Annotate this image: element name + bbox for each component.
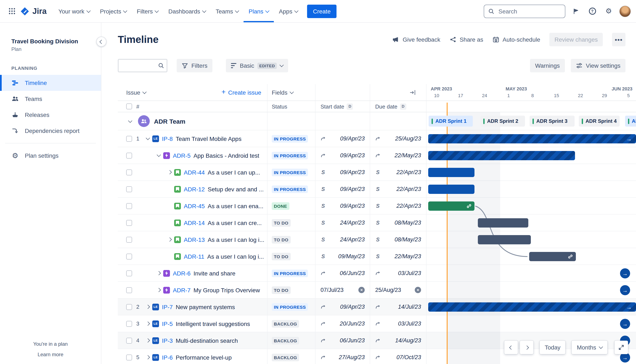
scroll-right-button[interactable]: [520, 341, 533, 354]
nav-item-projects[interactable]: Projects: [95, 0, 132, 22]
today-button[interactable]: Today: [540, 341, 566, 354]
gantt-bar[interactable]: →: [428, 302, 636, 312]
start-date-cell[interactable]: 20/Jun/23: [316, 316, 370, 332]
expand-toggle[interactable]: [166, 186, 173, 192]
row-checkbox[interactable]: [126, 270, 132, 276]
give-feedback-button[interactable]: Give feedback: [392, 36, 440, 43]
expand-toggle[interactable]: [144, 320, 152, 327]
issue-summary[interactable]: Intelligent travel suggestions: [176, 320, 250, 327]
start-date-cell[interactable]: S 09/May/23: [316, 248, 370, 265]
announcement-flag-icon[interactable]: [570, 5, 582, 17]
review-changes-button[interactable]: Review changes: [550, 33, 603, 46]
expand-toggle[interactable]: [144, 135, 152, 142]
table-row[interactable]: ADR-13 As a user I can log i... TO DO S …: [118, 231, 636, 248]
more-actions-button[interactable]: •••: [612, 33, 626, 46]
issue-summary[interactable]: New payment systems: [176, 304, 235, 310]
issue-summary[interactable]: Setup dev and and ...: [208, 186, 264, 192]
nav-item-your-work[interactable]: Your work: [54, 0, 95, 22]
gantt-bar[interactable]: [529, 252, 576, 261]
due-date-cell[interactable]: 03/Jul/23: [370, 265, 426, 282]
issue-key-link[interactable]: ADR-11: [184, 253, 204, 260]
table-row[interactable]: ADR-5 App Basics - Android test IN PROGR…: [118, 147, 636, 164]
fields-dropdown[interactable]: Fields: [272, 89, 294, 96]
gantt-bar[interactable]: →: [428, 134, 636, 144]
row-checkbox[interactable]: [126, 236, 132, 242]
nav-item-apps[interactable]: Apps: [274, 0, 303, 22]
nav-item-plans[interactable]: Plans: [244, 0, 274, 22]
nav-item-teams[interactable]: Teams: [211, 0, 244, 22]
start-date-cell[interactable]: 06/Jun/23: [316, 265, 370, 282]
table-row[interactable]: ADR-14 As a user I can cre... TO DO S 24…: [118, 214, 636, 231]
issue-key-link[interactable]: ADR-44: [184, 169, 205, 176]
gantt-bar[interactable]: [428, 185, 474, 194]
row-checkbox[interactable]: [126, 354, 132, 360]
expand-toggle[interactable]: [155, 286, 162, 293]
expand-toggle[interactable]: [144, 354, 152, 361]
status-badge[interactable]: BACKLOG: [272, 320, 299, 328]
issue-key-link[interactable]: ADR-5: [173, 152, 190, 159]
status-badge[interactable]: IN PROGRESS: [272, 152, 308, 159]
status-badge[interactable]: DONE: [272, 202, 289, 210]
view-settings-button[interactable]: View settings: [571, 59, 626, 72]
learn-more-link[interactable]: Learn more: [0, 352, 101, 358]
search-input[interactable]: [484, 4, 565, 18]
issue-key-link[interactable]: ADR-14: [184, 219, 205, 226]
table-row[interactable]: ADR-6 Invite and share IN PROGRESS 06/Ju…: [118, 265, 636, 282]
user-avatar[interactable]: [619, 5, 631, 17]
collapse-fields-icon[interactable]: [410, 89, 416, 95]
status-badge[interactable]: BACKLOG: [272, 337, 299, 344]
sidebar-item-plan-settings[interactable]: ⚙ Plan settings: [0, 148, 101, 164]
expand-toggle[interactable]: [155, 270, 162, 276]
gantt-bar[interactable]: [428, 202, 474, 211]
expand-toggle[interactable]: [166, 169, 173, 176]
sidebar-item-timeline[interactable]: Timeline: [0, 75, 101, 91]
due-date-cell[interactable]: 25/Aug/23: [370, 130, 426, 147]
gantt-bar[interactable]: [428, 151, 575, 160]
issue-key-link[interactable]: ADR-7: [173, 286, 190, 293]
view-mode-dropdown[interactable]: Basic EDITED: [226, 59, 288, 72]
jira-logo[interactable]: Jira: [20, 6, 47, 16]
due-date-cell[interactable]: 14/Aug/23: [370, 332, 426, 349]
sidebar-item-dependencies-report[interactable]: Dependencies report: [0, 123, 101, 139]
row-checkbox[interactable]: [126, 169, 132, 175]
sprint-chip[interactable]: ADR Sprint 3: [530, 116, 574, 126]
table-row[interactable]: ADR-7 My Group Trips Overview TO DO 07/J…: [118, 282, 636, 298]
expand-toggle[interactable]: [144, 337, 152, 344]
start-date-cell[interactable]: S 09/Apr/23: [316, 164, 370, 181]
start-date-cell[interactable]: 06/Jun/23: [316, 332, 370, 349]
row-checkbox[interactable]: [126, 220, 132, 226]
issue-key-link[interactable]: IP-8: [162, 135, 173, 142]
due-date-cell[interactable]: S 08/May/23: [370, 231, 426, 248]
status-badge[interactable]: IN PROGRESS: [272, 185, 308, 193]
offscreen-bar-indicator[interactable]: →: [620, 268, 630, 278]
start-date-cell[interactable]: 09/Apr/23: [316, 130, 370, 147]
expand-toggle[interactable]: [166, 236, 173, 243]
table-row[interactable]: ADR-11 As a user I can log i... TO DO S …: [118, 248, 636, 265]
clear-date-button[interactable]: ×: [415, 287, 421, 293]
create-button[interactable]: Create: [307, 4, 336, 18]
group-expand-toggle[interactable]: [126, 118, 134, 124]
offscreen-bar-indicator[interactable]: →: [620, 285, 630, 295]
issue-summary[interactable]: Multi-destination search: [176, 337, 238, 344]
expand-toggle[interactable]: [144, 304, 152, 310]
table-row[interactable]: ADR-45 As a user I can ena... DONE S 09/…: [118, 198, 636, 214]
issue-summary[interactable]: As a user I can log i...: [207, 253, 264, 260]
sidebar-item-releases[interactable]: Releases: [0, 107, 101, 123]
due-date-cell[interactable]: 03/Jul/23: [370, 316, 426, 332]
sprint-chip[interactable]: ADR Sprint 1: [429, 116, 473, 126]
due-date-cell[interactable]: S 22/Apr/23: [370, 198, 426, 214]
issue-column-dropdown[interactable]: Issue: [126, 89, 140, 96]
sprint-chip[interactable]: AD: [625, 116, 636, 126]
scroll-left-button[interactable]: [504, 341, 518, 354]
expand-toggle[interactable]: [166, 219, 173, 226]
issue-key-link[interactable]: IP-5: [162, 320, 173, 327]
expand-toggle[interactable]: [155, 152, 162, 159]
row-checkbox[interactable]: [126, 304, 132, 310]
status-badge[interactable]: IN PROGRESS: [272, 269, 308, 277]
table-row[interactable]: ADR-44 As a user I can up... IN PROGRESS…: [118, 164, 636, 181]
issue-key-link[interactable]: ADR-12: [184, 186, 205, 192]
issue-summary[interactable]: As a user I can cre...: [208, 219, 262, 226]
status-badge[interactable]: TO DO: [272, 236, 290, 243]
table-row[interactable]: 1 LE IP-8 Team Travel Mobile Apps IN PRO…: [118, 130, 636, 147]
due-date-cell[interactable]: 07/Oct/23: [370, 349, 426, 364]
